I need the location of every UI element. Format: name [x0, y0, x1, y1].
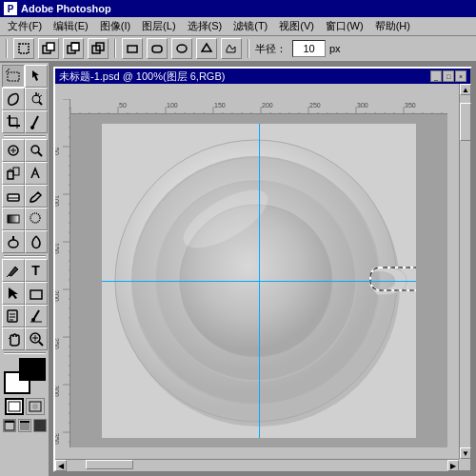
brush-tool[interactable] [25, 139, 48, 162]
lasso-group [2, 88, 48, 110]
svg-rect-36 [8, 215, 19, 223]
maximize-btn[interactable]: □ [443, 70, 454, 82]
subtract-selection-btn[interactable] [63, 38, 84, 59]
ruler-horizontal: // ticks added by JS below 5010015020025… [70, 99, 447, 114]
doc-title-bar: 未标题-1.psd @ 100%(图层 6,RGB) _ □ × [55, 69, 470, 84]
svg-line-19 [39, 102, 42, 105]
crop-group [2, 110, 48, 133]
svg-rect-8 [128, 46, 137, 52]
full-screen-menu-btn[interactable] [18, 419, 31, 432]
screen-mode-area [3, 419, 47, 432]
history-brush-tool[interactable] [25, 162, 48, 185]
paint-bucket-tool[interactable] [25, 185, 48, 208]
gradient-tool[interactable] [2, 208, 25, 230]
scroll-thumb-v[interactable] [460, 103, 471, 141]
path-selection-tool[interactable] [2, 282, 25, 305]
menu-item-l[interactable]: 图层(L) [136, 17, 181, 35]
magic-wand-tool[interactable] [25, 88, 48, 110]
healing-brush-tool[interactable] [2, 139, 25, 162]
menu-item-f[interactable]: 文件(F) [2, 17, 48, 35]
svg-marker-41 [9, 288, 18, 299]
rect-shape-btn[interactable] [122, 38, 143, 59]
scroll-down-btn[interactable]: ▼ [460, 447, 471, 459]
selection-group [2, 282, 48, 305]
svg-rect-0 [19, 44, 29, 53]
burn-tool[interactable] [25, 230, 48, 253]
radius-input[interactable] [292, 40, 326, 57]
scroll-thumb-h[interactable] [86, 460, 133, 469]
menu-item-v[interactable]: 视图(V) [273, 17, 320, 35]
menu-item-e[interactable]: 编辑(E) [48, 17, 94, 35]
doc-content-area: // ticks added by JS below 5010015020025… [55, 84, 459, 459]
intersect-selection-btn[interactable] [88, 38, 109, 59]
gradient-group [2, 208, 48, 230]
clone-stamp-tool[interactable] [2, 162, 25, 185]
dodge-tool[interactable] [2, 230, 25, 253]
menu-item-s[interactable]: 选择(S) [182, 17, 228, 35]
scroll-up-btn[interactable]: ▲ [460, 84, 471, 95]
full-screen-btn[interactable] [33, 419, 47, 432]
quick-mask-mode-btn[interactable] [26, 398, 45, 415]
blur-tool[interactable] [25, 208, 48, 230]
type-tool[interactable]: T [25, 259, 48, 282]
standard-mode-btn[interactable] [5, 398, 24, 415]
healing-group [2, 139, 48, 162]
options-separator [6, 39, 8, 58]
notes-group [2, 305, 48, 327]
zoom-tool[interactable] [25, 327, 48, 350]
shape-tool[interactable] [25, 282, 48, 305]
scroll-left-btn[interactable]: ◀ [55, 460, 67, 471]
hand-tool[interactable] [2, 327, 25, 350]
quick-mask-area [5, 398, 45, 415]
svg-rect-61 [20, 421, 30, 423]
rounded-rect-btn[interactable] [147, 38, 168, 59]
svg-rect-12 [8, 72, 19, 81]
svg-point-18 [32, 95, 40, 103]
custom-shape-btn[interactable] [221, 38, 242, 59]
svg-line-30 [38, 152, 42, 156]
menu-item-w[interactable]: 窗口(W) [320, 17, 369, 35]
svg-text:50: 50 [119, 102, 127, 109]
svg-point-48 [31, 318, 35, 322]
svg-point-37 [30, 213, 40, 223]
svg-rect-42 [30, 290, 42, 299]
polygon-btn[interactable] [196, 38, 217, 59]
menu-item-t[interactable]: 滤镜(T) [228, 17, 273, 35]
pen-group: T [2, 259, 48, 282]
svg-text:150: 150 [55, 243, 60, 254]
crop-tool[interactable] [2, 110, 25, 133]
eyedropper-tool2[interactable] [25, 305, 48, 327]
scrollbar-horizontal[interactable]: ◀ ▶ [55, 459, 459, 470]
scroll-right-btn[interactable]: ▶ [447, 460, 459, 471]
new-selection-btn[interactable] [13, 38, 34, 59]
svg-line-52 [39, 342, 43, 346]
svg-text:300: 300 [357, 102, 368, 109]
toolbar: T [0, 63, 50, 476]
minimize-btn[interactable]: _ [430, 70, 442, 82]
color-swatches[interactable] [4, 358, 46, 394]
svg-rect-62 [34, 420, 46, 431]
svg-rect-31 [8, 171, 13, 179]
normal-screen-btn[interactable] [3, 419, 16, 432]
move-tool[interactable] [25, 65, 48, 88]
ellipse-btn[interactable] [171, 38, 192, 59]
svg-rect-59 [5, 421, 14, 423]
add-selection-btn[interactable] [38, 38, 59, 59]
svg-text:200: 200 [262, 102, 273, 109]
close-btn[interactable]: × [455, 70, 466, 82]
menu-item-h[interactable]: 帮助(H) [369, 17, 416, 35]
scrollbar-vertical[interactable]: ▲ ▼ [459, 84, 470, 459]
eraser-tool[interactable] [2, 185, 25, 208]
options-bar: 半径： px [0, 36, 476, 63]
foreground-color[interactable] [19, 358, 46, 381]
pen-tool[interactable] [2, 259, 25, 282]
menu-item-i[interactable]: 图像(I) [94, 17, 136, 35]
svg-text:150: 150 [214, 102, 226, 109]
notes-tool[interactable] [2, 305, 25, 327]
lasso-tool[interactable] [2, 88, 25, 110]
svg-text:300: 300 [55, 386, 60, 397]
app-icon: P [4, 2, 17, 15]
rect-marquee-tool[interactable] [2, 65, 25, 88]
eyedropper-tool[interactable] [25, 110, 48, 133]
marquee-group [2, 65, 48, 88]
